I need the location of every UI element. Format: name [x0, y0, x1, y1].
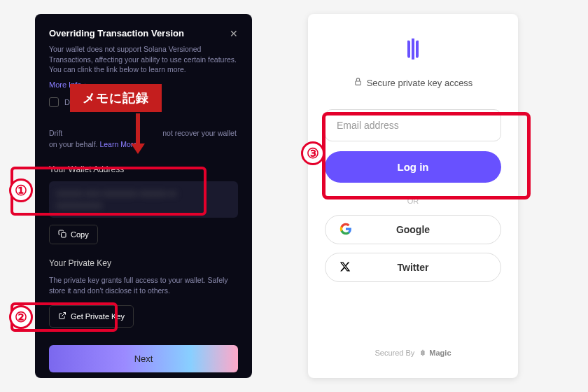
wallet-address-box: xxxxxxx xxxx xxxxxxxxx xxxxxxx xxxxxxxxx…: [49, 181, 238, 218]
private-key-description: The private key grants full access to yo…: [49, 275, 238, 298]
override-title: Overriding Transaction Version: [49, 28, 238, 38]
lock-icon: [354, 77, 363, 88]
next-button[interactable]: Next: [49, 345, 238, 372]
google-label: Google: [334, 224, 492, 235]
wallet-panel: ✕ Overriding Transaction Version Your wa…: [35, 14, 252, 378]
or-divider: OR: [407, 197, 419, 205]
wallet-address-label: Your Wallet Address: [49, 164, 238, 174]
arrow-down-icon: [130, 112, 146, 154]
login-button[interactable]: Log in: [325, 151, 501, 183]
blurred-address: xxxxxxx xxxx xxxxxxxxx xxxxxxx xxxxxxxxx…: [56, 188, 176, 211]
twitter-login-button[interactable]: Twitter: [325, 253, 501, 282]
google-login-button[interactable]: Google: [325, 215, 501, 244]
close-icon[interactable]: ✕: [230, 28, 238, 39]
get-key-label: Get Private Key: [71, 312, 125, 321]
email-field[interactable]: [325, 109, 501, 141]
secured-by-footer: Secured By Magic: [374, 328, 451, 357]
svg-rect-0: [62, 232, 66, 237]
magic-wordmark: Magic: [419, 349, 451, 357]
external-link-icon: [58, 312, 66, 321]
x-twitter-icon: [340, 261, 351, 274]
step-badge-2: ②: [9, 305, 33, 329]
step-badge-3: ③: [301, 141, 325, 165]
get-private-key-button[interactable]: Get Private Key: [49, 305, 134, 328]
copy-label: Copy: [71, 230, 89, 239]
memo-annotation-badge: メモに記録: [70, 84, 162, 112]
google-icon: [340, 223, 352, 237]
login-panel: Secure private key access Log in OR Goog…: [308, 14, 518, 378]
checkbox-label: D: [64, 98, 70, 106]
magic-logo-icon: [399, 35, 427, 63]
copy-icon: [58, 230, 66, 239]
copy-button[interactable]: Copy: [49, 225, 98, 244]
private-key-label: Your Private Key: [49, 258, 238, 268]
svg-rect-2: [355, 81, 360, 85]
svg-line-1: [62, 313, 66, 317]
svg-marker-4: [131, 144, 145, 154]
step-badge-1: ①: [9, 178, 33, 202]
twitter-label: Twitter: [334, 262, 492, 273]
secure-access-label: Secure private key access: [354, 77, 473, 88]
override-description: Your wallet does not support Solana Vers…: [49, 44, 238, 75]
checkbox-icon[interactable]: [49, 97, 59, 107]
